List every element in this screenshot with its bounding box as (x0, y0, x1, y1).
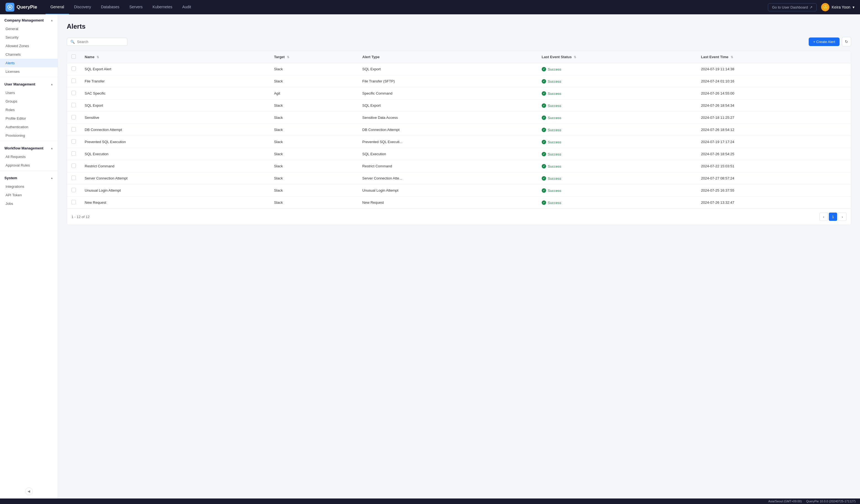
row-alert-type-1: File Transfer (SFTP) (358, 75, 537, 87)
table-row: Sensitive Slack Sensitive Data Access Su… (67, 112, 851, 124)
row-checkbox-5[interactable] (71, 127, 76, 131)
row-checkbox-11[interactable] (71, 200, 76, 204)
row-status-11: Success (537, 197, 697, 209)
row-checkbox-9[interactable] (71, 176, 76, 180)
search-input[interactable] (77, 40, 124, 44)
row-target-0: Slack (270, 63, 358, 75)
timezone-info: Asia/Seoul (GMT+09:00) (768, 500, 802, 503)
row-target-10: Slack (270, 185, 358, 197)
sidebar-item-authentication[interactable]: Authentication (0, 123, 58, 131)
row-checkbox-8[interactable] (71, 163, 76, 168)
user-info[interactable]: 🙂 Keira Yoon ▾ (821, 3, 855, 11)
sidebar-item-jobs[interactable]: Jobs (0, 199, 58, 208)
nav-tab-audit[interactable]: Audit (177, 0, 196, 14)
row-checkbox-cell (67, 63, 80, 75)
table-row: DB Connection Attempt Slack DB Connectio… (67, 124, 851, 136)
row-name-10: Unusual Login Attempt (80, 185, 270, 197)
row-checkbox-2[interactable] (71, 91, 76, 95)
sidebar-item-profile-editor[interactable]: Profile Editor (0, 114, 58, 123)
success-dot-4 (542, 116, 546, 120)
header-last-event-time[interactable]: Last Event Time ⇅ (697, 51, 851, 63)
sidebar-item-groups[interactable]: Groups (0, 97, 58, 105)
sidebar-section-header-system[interactable]: System ▲ (0, 172, 58, 182)
nav-tab-discovery[interactable]: Discovery (69, 0, 96, 14)
success-dot-1 (542, 79, 546, 84)
sidebar-section-header-workflow[interactable]: Workflow Management ▲ (0, 142, 58, 153)
nav-tab-servers[interactable]: Servers (125, 0, 147, 14)
sidebar-section-title-system: System (4, 176, 17, 180)
sidebar-item-provisioning[interactable]: Provisioning (0, 131, 58, 140)
nav-tab-general[interactable]: General (45, 0, 69, 14)
row-checkbox-4[interactable] (71, 115, 76, 119)
row-target-7: Slack (270, 148, 358, 160)
header-target[interactable]: Target ⇅ (270, 51, 358, 63)
sidebar-item-api-token[interactable]: API Token (0, 191, 58, 199)
prev-page-button[interactable]: ‹ (819, 213, 828, 221)
sidebar-item-users[interactable]: Users (0, 88, 58, 97)
header-last-event-status[interactable]: Last Event Status ⇅ (537, 51, 697, 63)
table-row: Restrict Command Slack Restrict Command … (67, 160, 851, 172)
row-checkbox-cell (67, 75, 80, 87)
row-target-2: Agit (270, 87, 358, 100)
sidebar-item-approval-rules[interactable]: Approval Rules (0, 161, 58, 170)
sidebar-item-roles[interactable]: Roles (0, 105, 58, 114)
row-checkbox-3[interactable] (71, 103, 76, 107)
row-checkbox-cell (67, 136, 80, 148)
sidebar-item-licenses[interactable]: Licenses (0, 67, 58, 76)
sidebar-section-header-company[interactable]: Company Management ▲ (0, 14, 58, 25)
sidebar-item-integrations[interactable]: Integrations (0, 182, 58, 191)
row-status-5: Success (537, 124, 697, 136)
sidebar-item-alerts[interactable]: Alerts (0, 59, 58, 67)
sidebar-divider-2 (0, 141, 58, 141)
sidebar-divider-3 (0, 171, 58, 171)
row-alert-type-2: Specific Command (358, 87, 537, 100)
success-dot-7 (542, 152, 546, 156)
sidebar-collapse-button[interactable]: ◀ (25, 488, 33, 495)
select-all-checkbox[interactable] (71, 54, 76, 59)
sidebar-item-security[interactable]: Security (0, 33, 58, 42)
row-checkbox-cell (67, 124, 80, 136)
row-checkbox-6[interactable] (71, 139, 76, 144)
sort-icon-status: ⇅ (574, 55, 576, 59)
row-target-1: Slack (270, 75, 358, 87)
row-checkbox-1[interactable] (71, 78, 76, 83)
row-alert-type-6: Prevented SQL Executi... (358, 136, 537, 148)
table-row: Server Connection Attempt Slack Server C… (67, 172, 851, 185)
version-info: QueryPie 10.0.0 (20240725-171127) (806, 500, 856, 503)
header-name[interactable]: Name ⇅ (80, 51, 270, 63)
user-avatar: 🙂 (821, 3, 829, 11)
create-alert-button[interactable]: + Create Alert (809, 38, 840, 46)
goto-dashboard-button[interactable]: Go to User Dashboard ↗ (768, 3, 817, 11)
page-1-button[interactable]: 1 (829, 213, 837, 221)
row-checkbox-10[interactable] (71, 188, 76, 192)
sidebar-item-channels[interactable]: Channels (0, 50, 58, 59)
sidebar-section-header-user[interactable]: User Management ▲ (0, 78, 58, 88)
sidebar-item-all-requests[interactable]: All Requests (0, 153, 58, 161)
nav-tab-kubernetes[interactable]: Kubernetes (147, 0, 177, 14)
status-text-9: Success (548, 176, 561, 181)
row-target-6: Slack (270, 136, 358, 148)
sort-icon-target: ⇅ (287, 55, 289, 59)
chevron-up-icon: ▲ (51, 19, 53, 22)
success-dot-6 (542, 140, 546, 144)
status-text-10: Success (548, 189, 561, 193)
row-alert-type-7: SQL Execution (358, 148, 537, 160)
row-checkbox-0[interactable] (71, 67, 76, 71)
row-target-3: Slack (270, 100, 358, 112)
row-checkbox-7[interactable] (71, 152, 76, 156)
row-status-10: Success (537, 185, 697, 197)
sidebar-item-allowed-zones[interactable]: Allowed Zones (0, 42, 58, 50)
table-row: SQL Export Slack SQL Export Success 2024… (67, 100, 851, 112)
row-time-6: 2024-07-19 17:17:24 (697, 136, 851, 148)
sidebar-item-general[interactable]: General (0, 25, 58, 33)
nav-tabs: General Discovery Databases Servers Kube… (45, 0, 196, 14)
table-row: File Transfer Slack File Transfer (SFTP)… (67, 75, 851, 87)
sort-icon-name: ⇅ (97, 55, 99, 59)
nav-tab-databases[interactable]: Databases (96, 0, 125, 14)
header-alert-type: Alert Type (358, 51, 537, 63)
row-alert-type-10: Unusual Login Attempt (358, 185, 537, 197)
next-page-button[interactable]: › (838, 213, 846, 221)
refresh-button[interactable]: ↻ (842, 37, 851, 46)
table-row: New Request Slack New Request Success 20… (67, 197, 851, 209)
row-time-8: 2024-07-22 15:03:51 (697, 160, 851, 172)
